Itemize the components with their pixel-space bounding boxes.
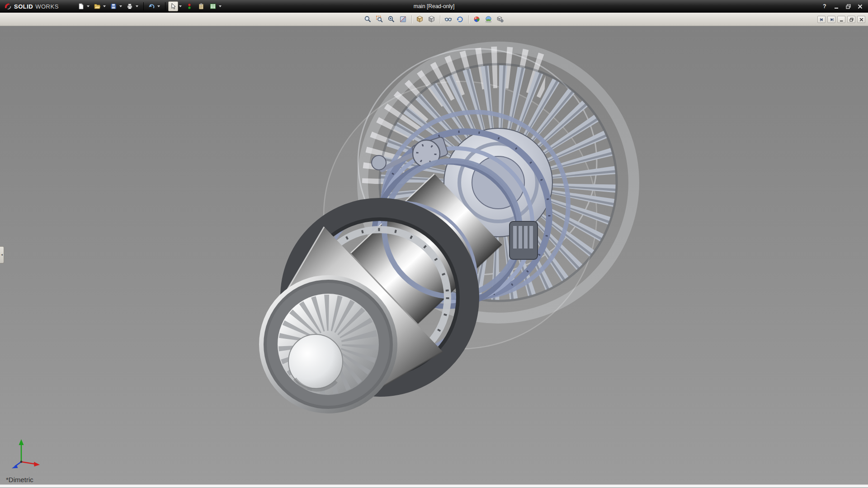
document-close-button[interactable] xyxy=(857,16,865,23)
select-button[interactable] xyxy=(168,1,183,11)
heads-up-buttons xyxy=(363,14,506,25)
3d-model-canvas[interactable] xyxy=(0,26,868,484)
edit-appearance-button[interactable] xyxy=(472,14,482,25)
zoom-to-area-button[interactable] xyxy=(374,14,385,25)
graphics-area[interactable]: ◂ *Dimetric xyxy=(0,26,868,484)
apply-scene-button[interactable] xyxy=(483,14,494,25)
ds-logo-icon xyxy=(4,2,12,10)
view-orientation-button[interactable] xyxy=(415,14,425,25)
spreadsheet-button[interactable] xyxy=(208,1,222,11)
help-button[interactable]: ? xyxy=(820,2,829,10)
new-document-icon[interactable] xyxy=(76,1,86,11)
clipboard-button[interactable] xyxy=(196,1,206,11)
save-floppy-icon[interactable] xyxy=(108,1,118,11)
spreadsheet-icon[interactable] xyxy=(208,1,218,11)
new-document-button[interactable] xyxy=(76,1,90,11)
dropdown-arrow-icon[interactable] xyxy=(156,1,161,11)
hide-show-items-button[interactable] xyxy=(443,14,454,25)
status-bar xyxy=(0,484,868,488)
zoom-to-fit-button[interactable] xyxy=(363,14,373,25)
exhaust-nozzle[interactable] xyxy=(261,277,395,411)
zoom-in-out-button[interactable] xyxy=(386,14,397,25)
select-cursor-icon[interactable] xyxy=(168,1,178,11)
dropdown-arrow-icon[interactable] xyxy=(86,1,90,11)
undo-button[interactable] xyxy=(146,1,161,11)
document-restore-button[interactable] xyxy=(847,16,855,23)
undo-arrow-icon[interactable] xyxy=(146,1,156,11)
open-button[interactable] xyxy=(92,1,107,11)
previous-window-button[interactable] xyxy=(817,16,826,23)
minimize-button[interactable] xyxy=(832,2,841,10)
document-minimize-button[interactable] xyxy=(837,16,845,23)
panel-expand-handle[interactable]: ◂ xyxy=(0,246,4,263)
view-settings-button[interactable] xyxy=(495,14,506,25)
clipboard-icon[interactable] xyxy=(196,1,206,11)
titlebar-controls: ? xyxy=(820,2,868,10)
dropdown-arrow-icon[interactable] xyxy=(118,1,123,11)
indicator-lights-button[interactable] xyxy=(184,1,194,11)
rotate-view-button[interactable] xyxy=(455,14,466,25)
dropdown-arrow-icon[interactable] xyxy=(178,1,183,11)
section-view-button[interactable] xyxy=(398,14,409,25)
dropdown-arrow-icon[interactable] xyxy=(102,1,107,11)
restore-button[interactable] xyxy=(844,2,853,10)
dropdown-arrow-icon[interactable] xyxy=(135,1,139,11)
triad-x-axis xyxy=(21,462,40,467)
brand-text-solid: SOLID xyxy=(14,3,33,10)
brand-text-works: WORKS xyxy=(35,3,59,10)
save-button[interactable] xyxy=(108,1,123,11)
toolbar-separator xyxy=(143,2,144,10)
main-toolbar xyxy=(76,1,224,11)
view-orientation-label: *Dimetric xyxy=(6,476,33,483)
toolbar-separator xyxy=(440,15,440,23)
orientation-triad xyxy=(9,436,43,469)
toolbar-separator xyxy=(165,2,165,10)
indicator-lights-icon[interactable] xyxy=(184,1,194,11)
heads-up-toolbar xyxy=(0,13,868,26)
display-style-button[interactable] xyxy=(426,14,437,25)
document-window-controls xyxy=(817,13,865,26)
open-folder-icon[interactable] xyxy=(92,1,102,11)
solidworks-logo: SOLIDWORKS xyxy=(0,2,64,10)
triad-origin xyxy=(20,461,23,463)
close-button[interactable] xyxy=(855,2,864,10)
toolbar-separator xyxy=(468,15,469,23)
toolbar-separator xyxy=(411,15,412,23)
dropdown-arrow-icon[interactable] xyxy=(218,1,222,11)
printer-icon[interactable] xyxy=(125,1,135,11)
triad-z-axis xyxy=(12,462,21,469)
triad-y-axis xyxy=(19,439,24,462)
next-window-button[interactable] xyxy=(827,16,835,23)
print-button[interactable] xyxy=(125,1,139,11)
titlebar: SOLIDWORKS xyxy=(0,0,868,13)
accessory-block[interactable] xyxy=(509,221,538,259)
